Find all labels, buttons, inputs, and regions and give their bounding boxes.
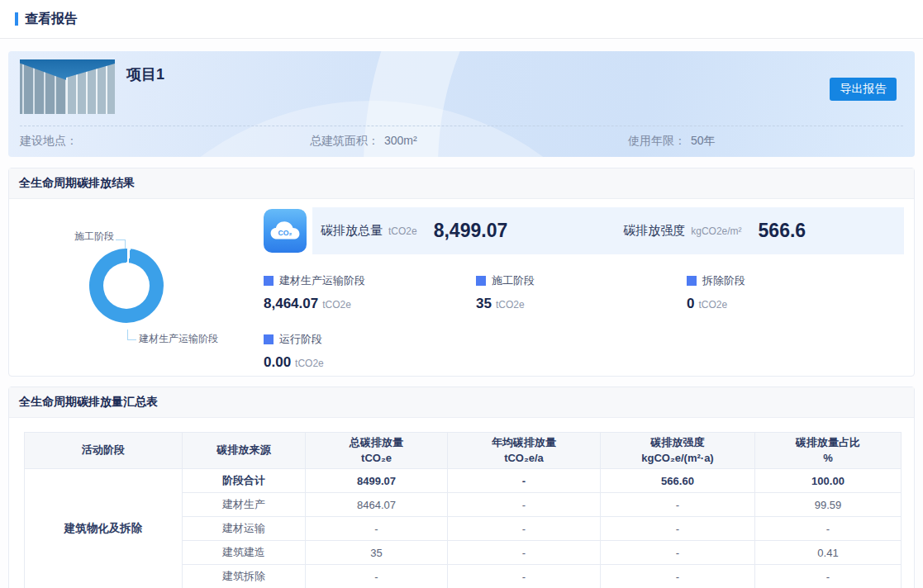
emission-summary-table: 活动阶段 碳排放来源 总碳排放量tCO₂e 年均碳排放量tCO₂e/a 碳排放强… [24, 432, 902, 588]
total-emission-label: 碳排放总量 [321, 223, 383, 239]
legend-square-icon [476, 276, 486, 286]
page-header: 查看报告 [0, 0, 923, 39]
intensity-unit: kgCO2e/m² [691, 225, 741, 237]
col-activity-stage: 活动阶段 [25, 433, 183, 469]
page-title: 查看报告 [25, 11, 78, 28]
intensity-value: 566.6 [759, 220, 806, 242]
project-name: 项目1 [126, 64, 164, 84]
summary-table-card: 全生命周期碳排放量汇总表 活动阶段 碳排放来源 总碳排放量tCO₂e 年均碳排放… [8, 386, 915, 588]
total-emission-value: 8,499.07 [434, 220, 508, 242]
col-emission-intensity: 碳排放强度kgCO₂e/(m²·a) [601, 433, 755, 469]
lifecycle-donut-chart: 施工阶段 建材生产运输阶段 [34, 199, 269, 377]
legend-square-icon [264, 334, 274, 344]
donut-callout-materials: 建材生产运输阶段 [139, 332, 218, 346]
total-emission-bar: 碳排放总量 tCO2e 8,499.07 碳排放强度 kgCO2e/m² 566… [312, 207, 904, 254]
col-annual-emission: 年均碳排放量tCO₂e/a [448, 433, 601, 469]
stage-operation: 运行阶段 0.00tCO2e [264, 332, 476, 371]
emission-stats: CO₂ 碳排放总量 tCO2e 8,499.07 碳排放强度 kgCO2e/m²… [264, 207, 904, 371]
col-total-emission: 总碳排放量tCO₂e [306, 433, 448, 469]
export-report-button[interactable]: 导出报告 [830, 78, 897, 101]
table-header-row: 活动阶段 碳排放来源 总碳排放量tCO₂e 年均碳排放量tCO₂e/a 碳排放强… [25, 433, 902, 469]
results-card-title: 全生命周期碳排放结果 [9, 168, 914, 199]
donut-callout-construction: 施工阶段 [38, 230, 114, 244]
stage-demolition: 拆除阶段 0tCO2e [687, 273, 904, 312]
legend-square-icon [687, 276, 697, 286]
info-location: 建设地点： [20, 134, 310, 149]
group-cell: 建筑物化及拆除 [25, 469, 183, 588]
project-info-row: 建设地点： 总建筑面积：300m² 使用年限：50年 [20, 134, 903, 149]
title-accent-bar [15, 12, 18, 26]
info-service-life: 使用年限：50年 [628, 134, 903, 149]
svg-text:CO₂: CO₂ [278, 228, 293, 236]
co2-cloud-icon: CO₂ [264, 209, 307, 253]
stage-construction: 施工阶段 35tCO2e [476, 273, 687, 312]
col-emission-source: 碳排放来源 [183, 433, 306, 469]
project-banner: 项目1 导出报告 建设地点： 总建筑面积：300m² 使用年限：50年 [8, 51, 915, 157]
lifecycle-results-card: 全生命周期碳排放结果 施工阶段 建材生产运输阶段 CO₂ 碳排放总量 tCO2e… [8, 168, 915, 377]
leader-line [127, 339, 136, 340]
donut-ring [89, 249, 164, 323]
col-emission-ratio: 碳排放量占比% [755, 433, 902, 469]
table-card-title: 全生命周期碳排放量汇总表 [9, 387, 914, 418]
table-row: 建筑物化及拆除 阶段合计 8499.07 - 566.60 100.00 [25, 469, 902, 493]
project-thumbnail [20, 59, 115, 114]
legend-square-icon [264, 276, 274, 286]
banner-divider [20, 126, 903, 126]
info-floor-area: 总建筑面积：300m² [310, 134, 628, 149]
stage-stats-grid: 建材生产运输阶段 8,464.07tCO2e 施工阶段 35tCO2e 拆除阶段… [264, 273, 904, 371]
stage-materials: 建材生产运输阶段 8,464.07tCO2e [264, 273, 476, 312]
total-emission-unit: tCO2e [388, 225, 417, 237]
intensity-label: 碳排放强度 [623, 223, 685, 239]
